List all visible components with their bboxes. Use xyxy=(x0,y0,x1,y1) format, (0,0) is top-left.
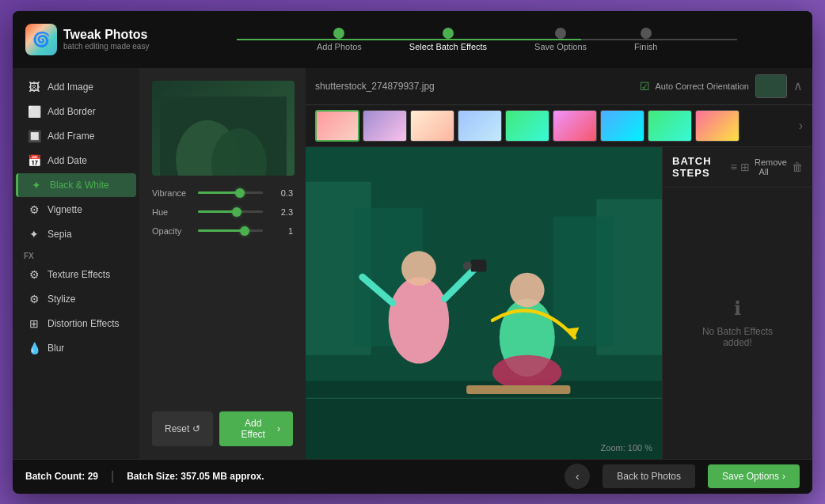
logo-text: Tweak Photos batch editing made easy xyxy=(63,28,149,51)
step-dot-2 xyxy=(443,28,454,39)
step-dot-4 xyxy=(641,28,652,39)
step-dot-3 xyxy=(555,28,566,39)
step-select-effects[interactable]: Select Batch Effects xyxy=(409,28,487,51)
app-subtitle: batch editing made easy xyxy=(63,42,149,51)
svg-point-12 xyxy=(401,251,436,286)
vibrance-track[interactable] xyxy=(198,191,263,194)
vibrance-label: Vibrance xyxy=(152,188,192,198)
thumb-item-5[interactable] xyxy=(505,110,549,142)
thumb-strip xyxy=(315,110,794,142)
batch-steps-body: ℹ No Batch Effectsadded! xyxy=(663,188,812,459)
thumb-item-7[interactable] xyxy=(600,110,644,142)
remove-all-button[interactable]: Remove All xyxy=(755,157,787,176)
sidebar-item-label-distortion: Distortion Effects xyxy=(48,318,119,329)
back-to-photos-button[interactable]: Back to Photos xyxy=(603,464,695,488)
svg-point-11 xyxy=(389,277,450,363)
step-save-options[interactable]: Save Options xyxy=(534,28,587,51)
sidebar-item-distortion[interactable]: ⊞ Distortion Effects xyxy=(16,312,136,335)
save-chevron-icon: › xyxy=(782,471,785,482)
app-title: Tweak Photos xyxy=(63,28,149,42)
sidebar-item-blur[interactable]: 💧 Blur xyxy=(16,336,136,360)
step-label-2: Select Batch Effects xyxy=(409,42,487,51)
opacity-track[interactable] xyxy=(198,229,263,232)
add-date-icon: 📅 xyxy=(27,154,41,167)
main-preview-canvas xyxy=(306,147,662,459)
step-add-photos[interactable]: Add Photos xyxy=(317,28,362,51)
step-label-1: Add Photos xyxy=(317,42,362,51)
batch-count-value: 29 xyxy=(88,471,98,482)
black-white-icon: ✦ xyxy=(29,179,44,191)
hue-thumb[interactable] xyxy=(232,207,241,217)
hue-label: Hue xyxy=(152,207,192,217)
sidebar-item-add-date[interactable]: 📅 Add Date xyxy=(16,149,136,172)
strip-next-arrow[interactable]: › xyxy=(799,119,803,133)
batch-size-text: Batch Size: 357.05 MB approx. xyxy=(127,471,264,482)
save-options-label: Save Options xyxy=(722,471,779,482)
sidebar-item-label-add-date: Add Date xyxy=(48,155,87,166)
svg-rect-3 xyxy=(756,75,787,98)
top-bar: 🌀 Tweak Photos batch editing made easy A… xyxy=(13,11,812,68)
grid-view-icon[interactable]: ⊞ xyxy=(740,161,750,173)
reset-icon: ↺ xyxy=(192,423,200,434)
opacity-thumb[interactable] xyxy=(240,226,249,236)
strip-collapse-icon[interactable]: ∧ xyxy=(793,78,803,93)
sidebar-item-texture[interactable]: ⚙ Texture Effects xyxy=(16,263,136,286)
app-window: 🌀 Tweak Photos batch editing made easy A… xyxy=(13,11,812,494)
back-to-photos-label: Back to Photos xyxy=(617,471,681,482)
svg-point-19 xyxy=(492,354,562,389)
main-preview-svg xyxy=(306,147,662,459)
thumb-item-4[interactable] xyxy=(458,110,502,142)
thumb-item-1[interactable] xyxy=(315,110,359,142)
sidebar-item-add-frame[interactable]: 🔲 Add Frame xyxy=(16,124,136,148)
remove-label: Remove xyxy=(755,157,787,167)
sidebar-item-label-add-border: Add Border xyxy=(48,106,96,117)
batch-steps-panel: BATCH STEPS ≡ ⊞ Remove All 🗑 xyxy=(662,147,812,459)
sidebar-item-stylize[interactable]: ⚙ Stylize xyxy=(16,287,136,311)
content-area: shutterstock_274879937.jpg ☑ Auto Correc… xyxy=(306,68,812,459)
reset-button[interactable]: Reset ↺ xyxy=(152,411,213,446)
hue-track[interactable] xyxy=(198,210,263,213)
step-label-3: Save Options xyxy=(534,42,587,51)
save-options-button[interactable]: Save Options › xyxy=(708,464,800,488)
vibrance-row: Vibrance 0.3 xyxy=(152,188,293,198)
auto-correct-area[interactable]: ☑ Auto Correct Orientation xyxy=(640,80,749,93)
blur-icon: 💧 xyxy=(27,342,41,354)
main-area: 🖼 Add Image ⬜ Add Border 🔲 Add Frame 📅 A… xyxy=(13,68,812,459)
sidebar-item-add-border[interactable]: ⬜ Add Border xyxy=(16,100,136,123)
thumb-item-8[interactable] xyxy=(648,110,692,142)
fx-section-label: FX xyxy=(13,247,139,262)
vignette-icon: ⚙ xyxy=(27,203,41,216)
svg-point-18 xyxy=(510,272,545,307)
batch-steps-header: BATCH STEPS ≡ ⊞ Remove All 🗑 xyxy=(663,147,812,188)
sidebar-item-label-vignette: Vignette xyxy=(48,204,82,215)
app-logo-icon: 🌀 xyxy=(25,24,57,55)
list-view-icon[interactable]: ≡ xyxy=(731,161,737,173)
thumb-item-6[interactable] xyxy=(553,110,597,142)
trash-icon[interactable]: 🗑 xyxy=(792,161,803,173)
add-effect-chevron-icon: › xyxy=(277,423,280,434)
opacity-fill xyxy=(198,229,245,232)
sidebar-item-black-white[interactable]: ✦ Black & White xyxy=(16,173,136,197)
auto-correct-label: Auto Correct Orientation xyxy=(655,81,749,91)
batch-size-label: Batch Size: xyxy=(127,471,178,482)
nav-prev-button[interactable]: ‹ xyxy=(565,464,590,489)
logo-area: 🌀 Tweak Photos batch editing made easy xyxy=(25,24,149,55)
opacity-row: Opacity 1 xyxy=(152,226,293,236)
thumb-item-3[interactable] xyxy=(410,110,454,142)
add-effect-button[interactable]: Add Effect › xyxy=(219,411,293,446)
thumb-item-9[interactable] xyxy=(695,110,739,142)
sidebar-item-vignette[interactable]: ⚙ Vignette xyxy=(16,198,136,222)
add-effect-label: Add Effect xyxy=(232,418,274,440)
batch-steps-title: BATCH STEPS xyxy=(672,155,731,179)
sidebar-item-label-blur: Blur xyxy=(48,343,64,354)
sidebar-item-add-image[interactable]: 🖼 Add Image xyxy=(16,75,136,99)
vibrance-thumb[interactable] xyxy=(235,188,245,198)
step-finish[interactable]: Finish xyxy=(634,28,657,51)
sidebar-item-sepia[interactable]: ✦ Sepia xyxy=(16,222,136,246)
batch-count-label: Batch Count: xyxy=(25,471,85,482)
thumb-strip-area: › xyxy=(306,105,812,147)
thumb-item-2[interactable] xyxy=(363,110,407,142)
distortion-icon: ⊞ xyxy=(27,317,41,330)
main-image-area: Zoom: 100 % xyxy=(306,147,662,459)
tool-buttons: Reset ↺ Add Effect › xyxy=(152,411,293,446)
